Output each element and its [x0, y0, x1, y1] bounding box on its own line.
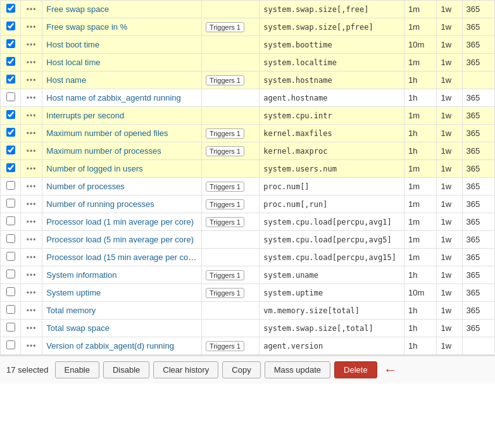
- item-name-link[interactable]: Host name of zabbix_agentd running: [46, 93, 180, 103]
- trigger-count-link[interactable]: Triggers 1: [206, 182, 244, 192]
- dots-icon[interactable]: •••: [27, 289, 37, 297]
- row-action-menu[interactable]: •••: [21, 284, 42, 302]
- item-name-link[interactable]: Host boot time: [46, 40, 99, 49]
- row-checkbox[interactable]: [6, 305, 15, 314]
- item-name-link[interactable]: System uptime: [46, 288, 101, 297]
- item-name-link[interactable]: Free swap space in %: [46, 22, 127, 32]
- trigger-count-link[interactable]: Triggers 1: [206, 128, 244, 139]
- row-action-menu[interactable]: •••: [21, 107, 42, 125]
- trigger-count-link[interactable]: Triggers 1: [206, 341, 244, 351]
- items-table: •••Free swap spacesystem.swap.size[,free…: [0, 0, 495, 355]
- item-name-link[interactable]: Maximum number of processes: [46, 146, 161, 156]
- item-name-link[interactable]: Host local time: [46, 58, 100, 67]
- row-checkbox[interactable]: [6, 110, 15, 119]
- item-name-link[interactable]: Free swap space: [46, 4, 109, 14]
- row-checkbox[interactable]: [6, 252, 15, 261]
- row-interval-cell: 1m: [404, 1, 437, 18]
- row-checkbox[interactable]: [6, 323, 15, 332]
- row-action-menu[interactable]: •••: [21, 125, 42, 142]
- row-action-menu[interactable]: •••: [21, 1, 42, 18]
- item-name-link[interactable]: Total memory: [46, 306, 96, 315]
- row-checkbox[interactable]: [6, 75, 15, 84]
- row-checkbox[interactable]: [6, 216, 15, 225]
- row-checkbox-cell: [1, 36, 21, 54]
- clear-history-button[interactable]: Clear history: [153, 361, 218, 378]
- dots-icon[interactable]: •••: [27, 253, 37, 262]
- trigger-count-link[interactable]: Triggers 1: [206, 288, 244, 298]
- trigger-count-link[interactable]: Triggers 1: [206, 22, 244, 32]
- trigger-count-link[interactable]: Triggers 1: [206, 270, 244, 280]
- dots-icon[interactable]: •••: [27, 342, 37, 351]
- dots-icon[interactable]: •••: [27, 5, 37, 14]
- dots-icon[interactable]: •••: [27, 94, 37, 103]
- row-action-menu[interactable]: •••: [21, 231, 42, 249]
- row-action-menu[interactable]: •••: [21, 72, 42, 89]
- row-action-menu[interactable]: •••: [21, 54, 42, 72]
- dots-icon[interactable]: •••: [27, 111, 37, 120]
- row-checkbox[interactable]: [6, 39, 15, 48]
- row-checkbox[interactable]: [6, 128, 15, 137]
- dots-icon[interactable]: •••: [27, 324, 37, 333]
- item-name-link[interactable]: Number of logged in users: [46, 164, 142, 173]
- dots-icon[interactable]: •••: [27, 182, 37, 191]
- row-checkbox[interactable]: [6, 181, 15, 190]
- item-name-link[interactable]: Interrupts per second: [46, 111, 124, 120]
- dots-icon[interactable]: •••: [27, 129, 37, 138]
- enable-button[interactable]: Enable: [55, 361, 99, 378]
- row-checkbox[interactable]: [6, 234, 15, 243]
- dots-icon[interactable]: •••: [27, 23, 37, 32]
- trigger-count-link[interactable]: Triggers 1: [206, 146, 244, 156]
- item-name-link[interactable]: Total swap space: [46, 323, 110, 333]
- mass-update-button[interactable]: Mass update: [265, 361, 330, 378]
- dots-icon[interactable]: •••: [27, 58, 37, 67]
- item-name-link[interactable]: Number of running processes: [46, 199, 154, 209]
- row-action-menu[interactable]: •••: [21, 213, 42, 231]
- row-checkbox[interactable]: [6, 22, 15, 30]
- row-action-menu[interactable]: •••: [21, 302, 42, 320]
- dots-icon[interactable]: •••: [27, 306, 37, 315]
- dots-icon[interactable]: •••: [27, 271, 37, 280]
- item-name-link[interactable]: Version of zabbix_agent(d) running: [46, 341, 174, 351]
- copy-button[interactable]: Copy: [222, 361, 260, 378]
- trigger-count-link[interactable]: Triggers 1: [206, 217, 244, 227]
- row-checkbox[interactable]: [6, 146, 15, 154]
- row-checkbox[interactable]: [6, 92, 15, 101]
- item-name-link[interactable]: Processor load (1 min average per core): [46, 217, 194, 227]
- row-checkbox[interactable]: [6, 287, 15, 296]
- item-name-link[interactable]: Host name: [46, 75, 86, 85]
- dots-icon[interactable]: •••: [27, 218, 37, 227]
- row-checkbox[interactable]: [6, 340, 15, 349]
- dots-icon[interactable]: •••: [27, 76, 37, 85]
- row-action-menu[interactable]: •••: [21, 249, 42, 266]
- item-name-link[interactable]: System information: [46, 270, 116, 280]
- row-action-menu[interactable]: •••: [21, 18, 42, 36]
- row-action-menu[interactable]: •••: [21, 142, 42, 160]
- row-checkbox[interactable]: [6, 163, 15, 172]
- trigger-count-link[interactable]: Triggers 1: [206, 199, 244, 209]
- item-name-link[interactable]: Processor load (15 min average per core): [46, 252, 198, 262]
- dots-icon[interactable]: •••: [27, 235, 37, 244]
- row-checkbox[interactable]: [6, 4, 15, 13]
- dots-icon[interactable]: •••: [27, 200, 37, 209]
- disable-button[interactable]: Disable: [103, 361, 149, 378]
- row-checkbox[interactable]: [6, 57, 15, 66]
- row-action-menu[interactable]: •••: [21, 36, 42, 54]
- row-action-menu[interactable]: •••: [21, 178, 42, 196]
- item-name-link[interactable]: Processor load (5 min average per core): [46, 235, 194, 244]
- row-action-menu[interactable]: •••: [21, 196, 42, 213]
- row-action-menu[interactable]: •••: [21, 320, 42, 337]
- item-name-link[interactable]: Number of processes: [46, 182, 125, 191]
- dots-icon[interactable]: •••: [27, 40, 37, 49]
- item-name-link[interactable]: Maximum number of opened files: [46, 128, 168, 138]
- row-action-menu[interactable]: •••: [21, 160, 42, 178]
- dots-icon[interactable]: •••: [27, 165, 37, 173]
- row-action-menu[interactable]: •••: [21, 89, 42, 107]
- dots-icon[interactable]: •••: [27, 147, 37, 156]
- trigger-count-link[interactable]: Triggers 1: [206, 75, 244, 85]
- row-history-cell: 1w: [437, 266, 462, 284]
- row-checkbox[interactable]: [6, 270, 15, 278]
- row-action-menu[interactable]: •••: [21, 337, 42, 355]
- row-action-menu[interactable]: •••: [21, 266, 42, 284]
- delete-button[interactable]: Delete: [334, 361, 377, 378]
- row-checkbox[interactable]: [6, 199, 15, 208]
